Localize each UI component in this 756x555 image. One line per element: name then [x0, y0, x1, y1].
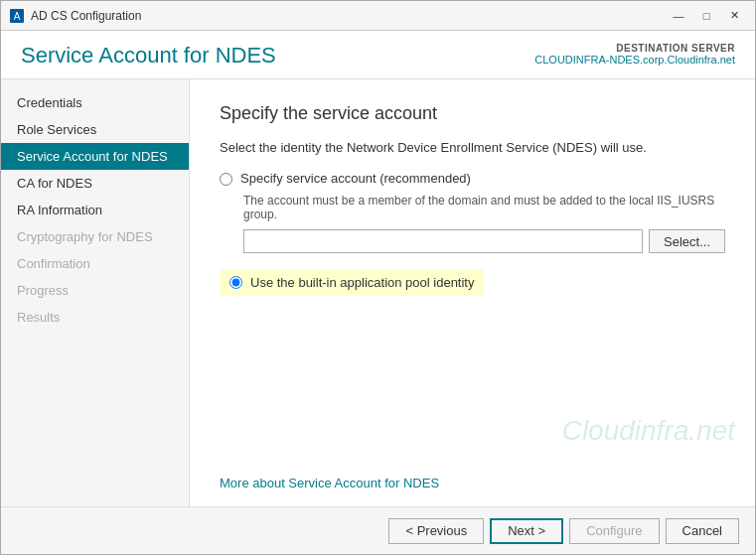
sidebar-item-service-account[interactable]: Service Account for NDES: [1, 143, 189, 170]
header-bar: Service Account for NDES DESTINATION SER…: [1, 31, 755, 79]
destination-label: DESTINATION SERVER: [534, 43, 735, 54]
footer: < Previous Next > Configure Cancel: [1, 506, 755, 554]
watermark: Cloudinfra.net: [562, 415, 735, 447]
account-text-input[interactable]: [243, 229, 643, 253]
app-icon: A: [9, 8, 25, 24]
radio-option-specify: Specify service account (recommended): [220, 171, 725, 186]
link-area: More about Service Account for NDES: [220, 476, 439, 490]
account-input-row: Select...: [243, 229, 725, 253]
select-button[interactable]: Select...: [649, 229, 725, 253]
cancel-button[interactable]: Cancel: [666, 518, 739, 544]
section-title: Specify the service account: [220, 103, 725, 124]
sidebar-item-ca-for-ndes[interactable]: CA for NDES: [1, 170, 189, 197]
destination-name: CLOUDINFRA-NDES.corp.Cloudinfra.net: [534, 54, 735, 66]
close-button[interactable]: ✕: [721, 6, 747, 26]
sidebar-item-role-services[interactable]: Role Services: [1, 116, 189, 143]
maximize-button[interactable]: □: [693, 6, 719, 26]
previous-button[interactable]: < Previous: [388, 518, 484, 544]
radio-specify-label[interactable]: Specify service account (recommended): [240, 171, 471, 186]
sidebar-item-ra-information[interactable]: RA Information: [1, 197, 189, 223]
pool-identity-wrapper: Use the built-in application pool identi…: [220, 269, 725, 296]
sidebar-item-progress: Progress: [1, 277, 189, 304]
main-window: A AD CS Configuration — □ ✕ Service Acco…: [0, 0, 756, 555]
window-title: AD CS Configuration: [31, 9, 666, 23]
description-text: Select the identity the Network Device E…: [220, 140, 725, 155]
radio-pool-label[interactable]: Use the built-in application pool identi…: [250, 275, 474, 290]
minimize-button[interactable]: —: [666, 6, 691, 26]
sidebar-item-confirmation: Confirmation: [1, 250, 189, 277]
specify-account-subtext: The account must be a member of the doma…: [243, 194, 725, 221]
window-controls: — □ ✕: [666, 6, 747, 26]
configure-button: Configure: [569, 518, 659, 544]
more-info-link[interactable]: More about Service Account for NDES: [220, 476, 439, 490]
sidebar: Credentials Role Services Service Accoun…: [1, 79, 190, 506]
main-content: Specify the service account Select the i…: [190, 79, 755, 506]
content-area: Credentials Role Services Service Accoun…: [1, 79, 755, 506]
next-button[interactable]: Next >: [490, 518, 563, 544]
radio-specify-account[interactable]: [220, 173, 232, 186]
sidebar-item-cryptography: Cryptography for NDES: [1, 223, 189, 250]
destination-server-info: DESTINATION SERVER CLOUDINFRA-NDES.corp.…: [534, 43, 735, 66]
title-bar: A AD CS Configuration — □ ✕: [1, 1, 755, 31]
sidebar-item-results: Results: [1, 304, 189, 331]
radio-option-pool-identity-highlight: Use the built-in application pool identi…: [220, 269, 484, 296]
page-header-title: Service Account for NDES: [21, 43, 276, 69]
sidebar-item-credentials[interactable]: Credentials: [1, 89, 189, 116]
radio-pool-identity[interactable]: [229, 276, 242, 289]
svg-text:A: A: [14, 11, 21, 22]
